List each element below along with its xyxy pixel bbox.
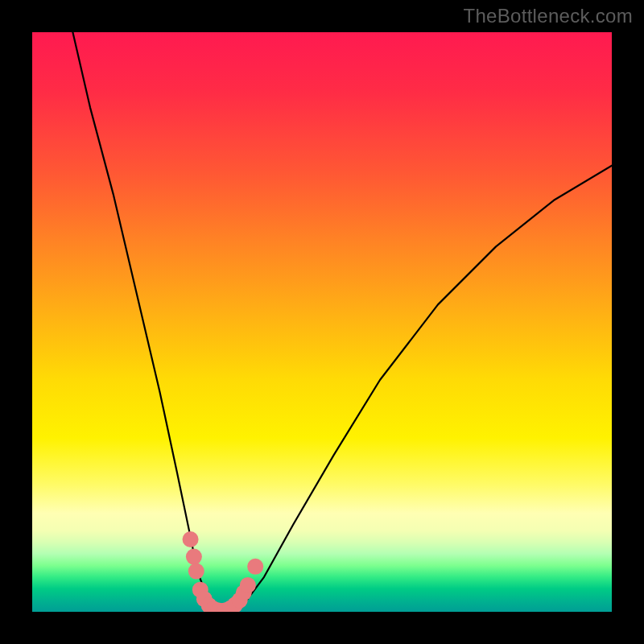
watermark-label: TheBottleneck.com bbox=[463, 5, 633, 27]
plot-background-gradient bbox=[32, 32, 612, 612]
chart-frame: TheBottleneck.com bbox=[0, 0, 644, 644]
